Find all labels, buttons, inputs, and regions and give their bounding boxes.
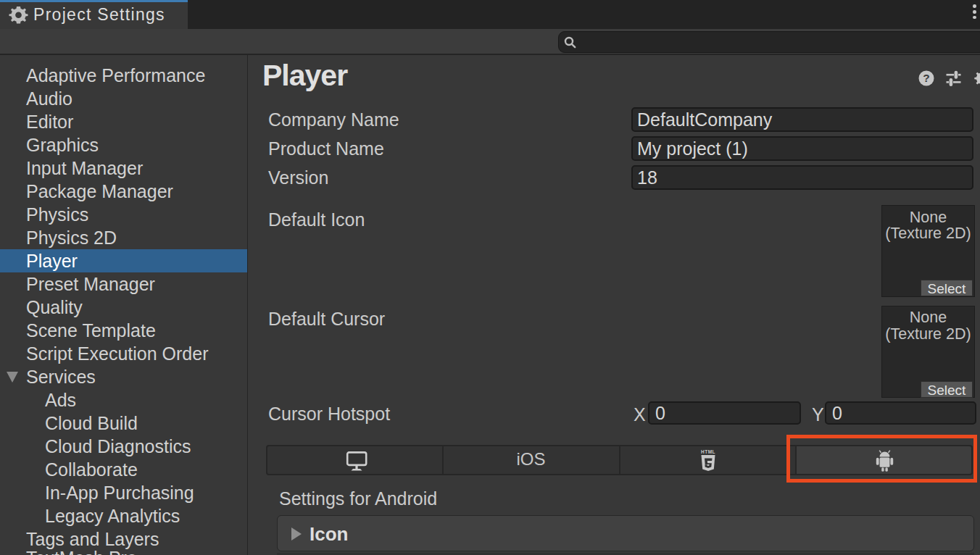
svg-text:HTML: HTML <box>701 449 715 454</box>
svg-text:?: ? <box>923 72 929 84</box>
